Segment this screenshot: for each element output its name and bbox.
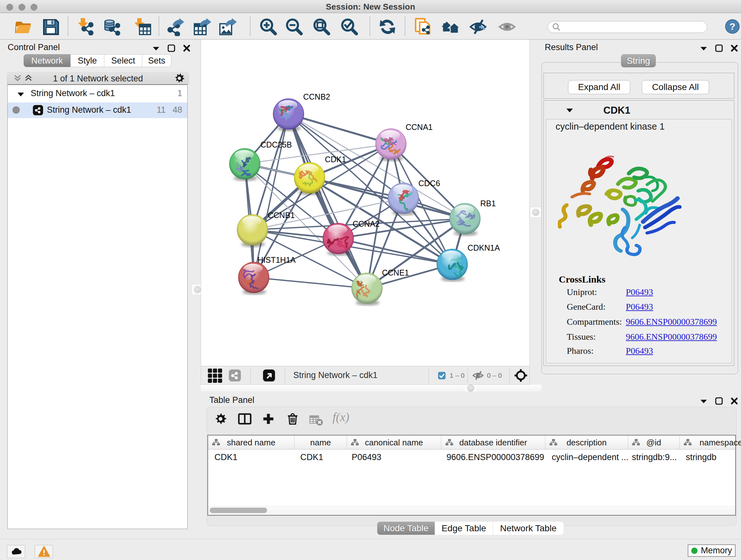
svg-text:HIST1H1A: HIST1H1A <box>258 255 296 264</box>
svg-text:CCNE1: CCNE1 <box>382 268 409 277</box>
svg-text:RB1: RB1 <box>480 199 496 208</box>
svg-text:CDKN1A: CDKN1A <box>468 243 500 252</box>
svg-text:?: ? <box>730 21 735 32</box>
svg-text:CCNB2: CCNB2 <box>303 92 330 101</box>
svg-text:CDK1: CDK1 <box>325 155 346 164</box>
svg-text:CCNB1: CCNB1 <box>268 211 295 220</box>
svg-text:CDC25B: CDC25B <box>260 140 292 149</box>
svg-text:CDC6: CDC6 <box>418 179 440 188</box>
svg-text:CCNA2: CCNA2 <box>353 219 380 228</box>
svg-text:CCNA1: CCNA1 <box>406 123 433 132</box>
